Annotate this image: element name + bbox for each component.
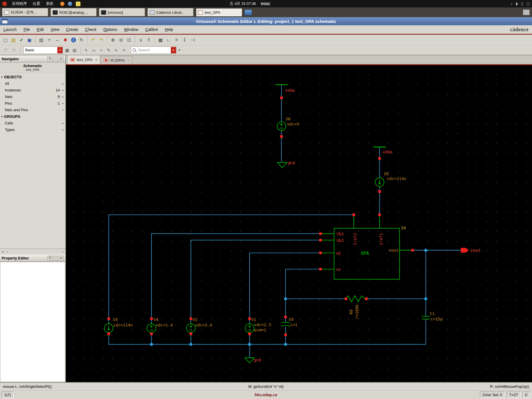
list-view-icon[interactable]: ▤ [71, 47, 78, 53]
open-icon[interactable]: ▤ [10, 36, 17, 44]
instance-name[interactable]: C1 [430, 311, 435, 316]
view-forward-icon[interactable]: ↻ [10, 46, 18, 54]
stretch-icon[interactable]: ↔ [54, 36, 61, 44]
instance-value[interactable]: idc=114u [113, 323, 133, 327]
expand-arrow-icon[interactable]: ▸ [62, 88, 64, 92]
window-titlebar[interactable]: Virtuoso® Schematic Editor L Editing: pr… [0, 17, 532, 25]
window-icon[interactable] [2, 19, 8, 24]
file-cabinet-icon[interactable] [245, 9, 252, 15]
gnd-label[interactable]: gnd [254, 358, 261, 362]
check-and-save-icon[interactable]: ✔ [18, 36, 25, 44]
tree-section-objects[interactable]: ▾ OBJECTS [0, 74, 65, 80]
redo-icon[interactable]: ↷ [97, 36, 105, 44]
expand-arrow-icon[interactable]: ▸ [62, 82, 64, 85]
help-icon[interactable]: ? [47, 256, 52, 261]
taskbar-button-virtuoso[interactable]: [virtuoso] [99, 8, 145, 16]
pin-label-vb1[interactable]: Vb1 [337, 232, 344, 236]
wire-mode-icon[interactable]: ∿ [113, 47, 119, 53]
pin-label-vn[interactable]: vn [336, 267, 341, 272]
schematic-svg[interactable]: vdda vdda gnd gnd [66, 65, 532, 382]
taskbar-button-test-opa[interactable]: test_OPA [196, 8, 242, 16]
save-icon[interactable]: ▣ [26, 36, 33, 44]
input-device-icon[interactable]: ▯ [521, 2, 523, 6]
vdda-label[interactable]: vdda [285, 88, 295, 93]
instance-value[interactable]: vdc=5 [287, 122, 299, 126]
applications-menu[interactable]: 应用程序 [11, 1, 28, 6]
panel-box-icon[interactable]: ▫ [62, 250, 64, 253]
instance-name[interactable]: V4 [154, 317, 159, 322]
vdda-label[interactable]: vdda [383, 150, 392, 154]
help-icon[interactable]: ? [47, 56, 52, 61]
sidebar-item-nets-and-pins[interactable]: Nets and Pins ▸ [0, 107, 65, 113]
sidebar-item-types[interactable]: Types ▸ [0, 126, 65, 133]
menu-help[interactable]: Help [165, 27, 173, 32]
tab-close-icon[interactable]: × [95, 58, 97, 62]
taskbar-button-terminal[interactable]: ROIC@analog:... [51, 8, 97, 16]
instance-name[interactable]: R0 [349, 310, 353, 314]
menu-launch[interactable]: Launch [3, 27, 17, 32]
collapse-triangle-icon[interactable]: ▾ [1, 115, 3, 118]
gnd-label[interactable]: gnd [287, 161, 295, 165]
instance-value[interactable]: vdc=3.4 [195, 323, 212, 327]
notes-icon[interactable] [76, 1, 81, 6]
menu-view[interactable]: View [51, 27, 59, 32]
create-wire-name-icon[interactable]: 1 [181, 36, 188, 44]
sidebar-item-pins[interactable]: Pins 1 ▸ [0, 100, 65, 107]
instance-name[interactable]: I8 [384, 171, 388, 176]
area-select-icon[interactable]: ▭ [91, 47, 97, 53]
menu-check[interactable]: Check [85, 27, 97, 32]
taskbar-button-file-manager[interactable]: ll13534 - 文件... [2, 8, 48, 16]
zoom-fit-icon[interactable]: ⊡ [125, 36, 133, 44]
workspace-combobox[interactable]: Basic ▾ [23, 46, 63, 54]
float-panel-icon[interactable]: ▫ [53, 256, 58, 261]
tab-test-opa[interactable]: test_OPA × [67, 55, 100, 64]
new-cellview-icon[interactable]: ▢ [2, 36, 9, 44]
create-bus-icon[interactable]: ≡ [173, 36, 180, 44]
screenshot-tool-icon[interactable] [523, 9, 530, 15]
instance-value2[interactable]: acm=1 [254, 328, 266, 332]
cell-label[interactable]: OPA [361, 251, 369, 256]
search-dropdown-icon[interactable]: ▾ [171, 47, 176, 53]
pin-label-iref1[interactable]: Iref1 [379, 233, 383, 245]
sidebar-item-nets[interactable]: Nets 9 ▸ [0, 93, 65, 100]
menu-file[interactable]: File [24, 27, 30, 32]
instance-name[interactable]: V0 [285, 117, 290, 121]
single-select-icon[interactable]: ↖ [83, 47, 89, 53]
expand-arrow-icon[interactable]: ▸ [62, 101, 64, 105]
instance-value[interactable]: c=15p [431, 317, 443, 321]
property-editor-body[interactable] [0, 262, 65, 382]
volume-icon[interactable]: ♪ [511, 2, 512, 6]
display-icon[interactable]: ▢ [527, 2, 530, 6]
copy-icon[interactable]: ▥ [38, 36, 45, 44]
rotate-icon[interactable]: ↻ [78, 36, 85, 44]
collapse-all-icon[interactable]: − [6, 250, 9, 254]
workspace-dropdown-icon[interactable]: ▾ [57, 47, 62, 53]
firefox-icon[interactable] [60, 2, 64, 6]
move-icon[interactable]: + [46, 36, 53, 44]
instance-value[interactable]: r=100K [355, 304, 359, 319]
system-menu[interactable]: 系统 [45, 1, 54, 6]
move-mode-icon[interactable]: + [98, 47, 104, 53]
app-launcher-icon[interactable] [68, 2, 72, 6]
menu-options[interactable]: Options [103, 27, 117, 32]
float-panel-icon[interactable]: ▫ [53, 56, 58, 61]
instance-name[interactable]: V1 [251, 317, 256, 322]
schematic-canvas[interactable]: vdda vdda gnd gnd [66, 65, 532, 382]
expand-arrow-icon[interactable]: ▸ [62, 128, 64, 132]
return-to-top-icon[interactable]: ⇑ [145, 36, 152, 44]
hierarchy-table-icon[interactable]: ▦ [64, 47, 70, 53]
menu-window[interactable]: Window [124, 27, 138, 32]
descend-edit-icon[interactable]: ⇓ [137, 36, 144, 44]
zoom-in-icon[interactable]: ⊕ [109, 36, 117, 44]
edit-mode-icon[interactable]: ✎ [105, 47, 112, 53]
search-input[interactable] [137, 48, 169, 52]
instance-name[interactable]: I9 [113, 317, 118, 322]
pin-label-vout[interactable]: vout [389, 248, 398, 253]
instance-value[interactable]: idc=114u [387, 176, 406, 181]
clock[interactable]: 五 4月 15 07:36 [230, 1, 256, 6]
expand-arrow-icon[interactable]: ▸ [62, 108, 64, 112]
create-pin-icon[interactable]: ⊣ [189, 36, 196, 44]
tab-close-icon[interactable]: × [127, 58, 130, 62]
tab-i0-opa[interactable]: I0 (OPA) × [101, 56, 132, 64]
expand-arrow-icon[interactable]: ▸ [62, 95, 64, 99]
